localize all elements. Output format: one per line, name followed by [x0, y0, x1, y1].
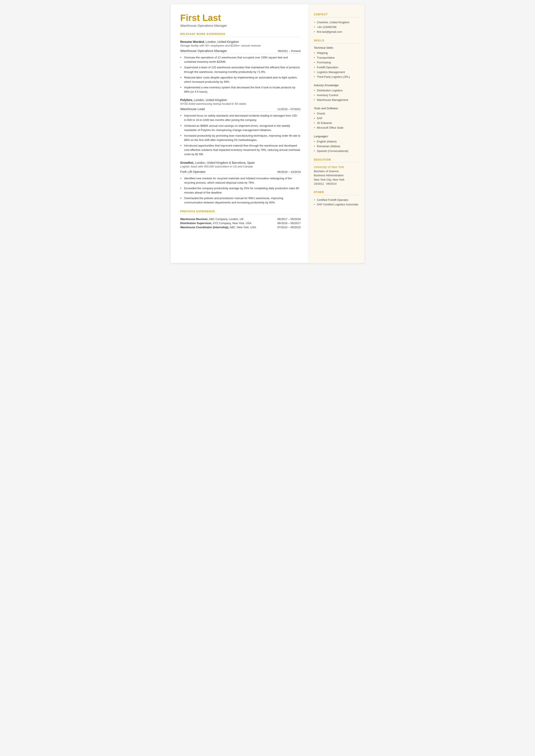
other-divider: [314, 195, 359, 195]
prev-exp-left-2: Distribution Supervisor, XYZ Company, Ne…: [180, 222, 252, 225]
prev-title-3: Warehouse Coordinator (Internship),: [180, 226, 229, 229]
industry-skills-list: Distribution Logistics Inventory Control…: [314, 88, 359, 102]
skill-dist-logistics: Distribution Logistics: [314, 88, 359, 93]
lang-english: English (Native): [314, 139, 359, 144]
other-list: Certified Forklift Operator. SAP Certifi…: [314, 198, 359, 207]
prev-dates-3: 07/2014 – 05/2015: [277, 226, 300, 229]
education-divider: [314, 162, 359, 163]
prev-exp-left-3: Warehouse Coordinator (Internship), ABC,…: [180, 226, 256, 229]
bullet-1-1: Oversaw the operations of 12 warehouses …: [180, 55, 301, 64]
contact-item-3: first.last@gmail.com: [314, 30, 359, 34]
bullet-2-1: Improved focus on safety standards and d…: [180, 114, 301, 122]
edu-university: University of New York: [314, 165, 359, 169]
other-item-2: SAP Certified Logistics Associate.: [314, 202, 359, 207]
bullet-1-3: Reduced labor costs despite opposition b…: [180, 75, 301, 84]
bullet-2-3: Increased productivity by promoting lean…: [180, 134, 301, 142]
skill-ms-office: Microsoft Office Suite: [314, 126, 359, 130]
contact-section: CONTACT Cheshire, United Kingdom +44 123…: [314, 13, 359, 34]
edu-field: Business Administration: [314, 173, 359, 178]
skill-inventory-control: Inventory Control: [314, 93, 359, 98]
education-section: EDUCATION University of New York Bachelo…: [314, 158, 359, 186]
company-desc-2: NYSE-listed warehousing startup located …: [180, 102, 301, 105]
bullet-3-1: Identified new markets for recycled mate…: [180, 176, 301, 185]
contact-heading: CONTACT: [314, 13, 359, 16]
edu-dates: 10/2011 - 06/2014: [314, 182, 359, 186]
prev-company-3: ABC, New York, USA: [229, 226, 256, 229]
edu-location: New York City, New York: [314, 178, 359, 182]
bullet-list-2: Improved focus on safety standards and d…: [180, 114, 301, 156]
contact-item-1: Cheshire, United Kingdom: [314, 20, 359, 25]
skill-sap: SAP: [314, 116, 359, 121]
bullet-1-2: Supervised a team of 125 warehouse assoc…: [180, 65, 301, 74]
role-line-2: Warehouse Lead 11/2019 – 07/2021: [180, 107, 301, 112]
role-title-1: Warehouse Operations Manager: [180, 49, 227, 53]
skills-section: SKILLS Technical Skills: Shipping Transp…: [314, 39, 359, 154]
bullet-2-2: Achieved an $890K annual cost savings on…: [180, 124, 301, 132]
tools-list: Oracle SAP JD Edwards Microsoft Office S…: [314, 111, 359, 130]
contact-divider: [314, 17, 359, 17]
role-dates-2: 11/2019 – 07/2021: [277, 107, 300, 111]
prev-exp-row-3: Warehouse Coordinator (Internship), ABC,…: [180, 226, 301, 229]
education-block: University of New York Bachelor of Scien…: [314, 165, 359, 186]
prev-title-2: Distribution Supervisor,: [180, 222, 212, 225]
company-desc-3: Logistic SaaS with 950,000 subscribers i…: [180, 165, 301, 168]
prev-company-2: XYZ Company, New York, USA: [212, 222, 251, 225]
bullet-3-2: Exceeded the company productivity averag…: [180, 186, 301, 195]
skill-transportation: Transportation: [314, 55, 359, 60]
company-location-1: London, United Kingdom: [205, 40, 239, 43]
role-line-1: Warehouse Operations Manager 08/2021 – P…: [180, 49, 301, 54]
job-block-2: Polyhire, London, United Kingdom NYSE-li…: [180, 98, 301, 156]
job-block-3: Growthsi, London, United Kingdom & Barce…: [180, 161, 301, 205]
prev-company-1: ABC Company, London, UK: [208, 217, 244, 221]
company-name-line-1: Resume Worded, London, United Kingdom: [180, 40, 301, 43]
skills-divider: [314, 43, 359, 43]
prev-exp-row-2: Distribution Supervisor, XYZ Company, Ne…: [180, 222, 301, 225]
bullet-list-1: Oversaw the operations of 12 warehouses …: [180, 55, 301, 94]
candidate-name: First Last: [180, 13, 301, 23]
prev-title-1: Warehouse Receiver,: [180, 217, 208, 221]
education-heading: EDUCATION: [314, 158, 359, 161]
prev-exp-left-1: Warehouse Receiver, ABC Company, London,…: [180, 217, 244, 221]
company-name-line-3: Growthsi, London, United Kingdom & Barce…: [180, 161, 301, 164]
company-location-3: London, United Kingdom & Barcelona, Spai…: [194, 161, 255, 164]
prev-dates-1: 06/2017 – 05/2018: [277, 217, 300, 221]
skill-warehouse-mgmt: Warehouse Management: [314, 98, 359, 102]
tools-label: Tools and Software:: [314, 107, 359, 110]
role-dates-3: 06/2018 – 10/2019: [277, 170, 300, 174]
previous-exp-heading: PREVIOUS EXPERIENCE: [180, 210, 301, 213]
skills-heading: SKILLS: [314, 39, 359, 42]
languages-list: English (Native) Romanian (Native) Spani…: [314, 139, 359, 154]
other-item-1: Certified Forklift Operator.: [314, 198, 359, 202]
sidebar: CONTACT Cheshire, United Kingdom +44 123…: [309, 4, 365, 263]
other-heading: OTHER: [314, 191, 359, 194]
skill-purchasing: Purchasing: [314, 60, 359, 65]
company-name-1: Resume Worded,: [180, 40, 205, 43]
company-location-2: London, United Kingdom: [193, 98, 227, 102]
skill-forklift: Forklift Operation: [314, 65, 359, 70]
bullet-3-3: Overhauled the policies and procedures m…: [180, 196, 301, 205]
technical-skills-label: Technical Skills:: [314, 46, 359, 49]
job-block-1: Resume Worded, London, United Kingdom St…: [180, 40, 301, 94]
resume-container: First Last Warehouse Operations Manager …: [171, 4, 365, 263]
bullet-list-3: Identified new markets for recycled mate…: [180, 176, 301, 205]
company-name-3: Growthsi,: [180, 161, 194, 164]
candidate-title: Warehouse Operations Manager: [180, 24, 301, 27]
section-divider: [180, 37, 301, 37]
bullet-2-4: Introduced opportunities that improved m…: [180, 144, 301, 156]
technical-skills-list: Shipping Transportation Purchasing Forkl…: [314, 51, 359, 79]
role-dates-1: 08/2021 – Present: [278, 49, 300, 53]
main-column: First Last Warehouse Operations Manager …: [171, 4, 309, 263]
prev-exp-row-1: Warehouse Receiver, ABC Company, London,…: [180, 217, 301, 221]
contact-item-2: +44 123456789: [314, 25, 359, 30]
bullet-1-4: Implemented a new inventory system that …: [180, 85, 301, 94]
industry-skills-label: Industry Knowledge:: [314, 84, 359, 87]
role-title-3: Fork Lift Operator: [180, 170, 206, 174]
skill-oracle: Oracle: [314, 111, 359, 116]
role-line-3: Fork Lift Operator 06/2018 – 10/2019: [180, 170, 301, 175]
other-section: OTHER Certified Forklift Operator. SAP C…: [314, 191, 359, 207]
role-title-2: Warehouse Lead: [180, 107, 205, 111]
lang-spanish: Spanish (Conversational): [314, 149, 359, 154]
relevant-work-heading: RELEVANT WORK EXPERIENCE: [180, 33, 301, 36]
languages-label: Languages:: [314, 135, 359, 138]
skill-shipping: Shipping: [314, 51, 359, 55]
